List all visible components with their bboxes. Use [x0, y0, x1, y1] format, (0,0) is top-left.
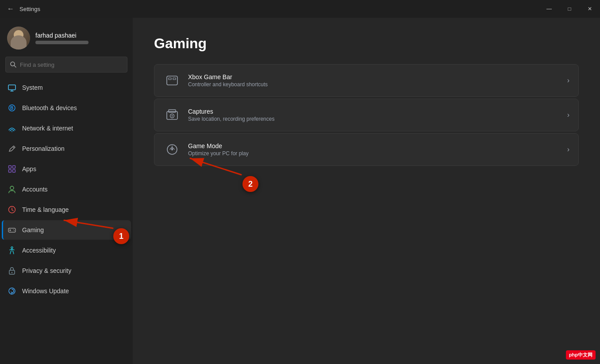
sidebar-item-accessibility[interactable]: Accessibility: [2, 241, 131, 260]
search-section: [0, 57, 133, 78]
sidebar-item-update[interactable]: Windows Update: [2, 281, 131, 301]
gaming-icon: [8, 226, 16, 234]
game-mode-desc: Optimize your PC for play: [188, 150, 562, 157]
game-mode-icon: [163, 141, 181, 158]
time-icon: [8, 206, 16, 214]
svg-line-8: [13, 147, 14, 148]
svg-rect-9: [9, 166, 12, 169]
search-input[interactable]: [20, 61, 123, 68]
user-info: farhad pashaei: [35, 32, 88, 44]
close-button[interactable]: ✕: [580, 0, 600, 18]
sidebar-item-label-accounts: Accounts: [22, 186, 48, 193]
sidebar-item-apps[interactable]: Apps: [2, 159, 131, 179]
search-box[interactable]: [5, 57, 127, 73]
svg-point-20: [13, 230, 14, 230]
xbox-game-bar-icon: [163, 72, 181, 89]
sidebar-item-label-time: Time & language: [22, 206, 69, 213]
sidebar-item-label-network: Network & internet: [22, 125, 73, 132]
svg-rect-28: [169, 78, 171, 80]
sidebar-item-label-gaming: Gaming: [22, 226, 44, 234]
svg-point-36: [171, 149, 173, 150]
window-title: Settings: [19, 6, 40, 12]
sidebar-item-privacy[interactable]: Privacy & security: [2, 261, 131, 280]
titlebar: ← Settings — □ ✕: [0, 0, 600, 18]
settings-item-captures[interactable]: Captures Save location, recording prefer…: [154, 99, 579, 131]
svg-rect-12: [13, 170, 15, 172]
user-name: farhad pashaei: [35, 32, 88, 39]
search-icon: [10, 61, 16, 68]
settings-item-game-mode[interactable]: Game Mode Optimize your PC for play ›: [154, 133, 579, 166]
xbox-game-bar-text: Xbox Game Bar Controller and keyboard sh…: [188, 73, 562, 88]
svg-rect-2: [8, 85, 15, 90]
user-section[interactable]: farhad pashaei: [0, 18, 133, 57]
sidebar: farhad pashaei: [0, 18, 133, 364]
minimize-button[interactable]: —: [539, 0, 559, 18]
sidebar-item-label-system: System: [22, 84, 43, 91]
app-container: farhad pashaei: [0, 18, 600, 364]
main-content: Gaming Xbox Game Bar Controller and keyb…: [133, 18, 600, 364]
svg-point-7: [12, 131, 12, 132]
svg-rect-10: [13, 166, 15, 169]
user-email-bar: [35, 41, 88, 44]
annotation-1: 1: [113, 228, 129, 244]
svg-text:B: B: [10, 106, 13, 111]
watermark: php中文网: [566, 350, 596, 360]
update-icon: [8, 287, 16, 295]
sidebar-item-label-bluetooth: Bluetooth & devices: [22, 104, 77, 111]
sidebar-item-gaming[interactable]: Gaming: [2, 220, 131, 240]
captures-icon: [163, 106, 181, 124]
sidebar-item-network[interactable]: Network & internet: [2, 119, 131, 138]
svg-line-1: [14, 65, 16, 67]
accounts-icon: [8, 185, 16, 193]
xbox-game-bar-desc: Controller and keyboard shortcuts: [188, 81, 562, 88]
captures-text: Captures Save location, recording prefer…: [188, 108, 562, 122]
svg-point-13: [10, 186, 14, 190]
avatar: [7, 27, 30, 50]
sidebar-item-bluetooth[interactable]: B Bluetooth & devices: [2, 98, 131, 118]
network-icon: [8, 124, 16, 132]
svg-point-25: [12, 272, 12, 273]
captures-chevron: ›: [567, 111, 569, 119]
settings-list: Xbox Game Bar Controller and keyboard sh…: [154, 64, 579, 166]
sidebar-item-label-personalization: Personalization: [22, 145, 65, 152]
captures-desc: Save location, recording preferences: [188, 116, 562, 122]
svg-line-16: [12, 210, 13, 211]
game-mode-title: Game Mode: [188, 142, 562, 149]
accessibility-icon: [8, 246, 16, 254]
captures-title: Captures: [188, 108, 562, 115]
sidebar-item-accounts[interactable]: Accounts: [2, 180, 131, 199]
maximize-button[interactable]: □: [559, 0, 580, 18]
page-title: Gaming: [154, 35, 579, 52]
privacy-icon: [8, 267, 16, 275]
bluetooth-icon: B: [8, 104, 16, 112]
game-mode-chevron: ›: [567, 146, 569, 153]
back-button[interactable]: ←: [7, 5, 14, 13]
system-icon: [8, 84, 16, 92]
svg-point-33: [172, 115, 173, 117]
window-controls: — □ ✕: [539, 0, 600, 18]
nav-items: System B Bluetooth & devices: [0, 78, 133, 301]
sidebar-item-time[interactable]: Time & language: [2, 200, 131, 219]
apps-icon: [8, 165, 16, 173]
sidebar-item-label-privacy: Privacy & security: [22, 267, 71, 274]
sidebar-item-label-apps: Apps: [22, 165, 36, 172]
svg-rect-31: [169, 110, 176, 112]
svg-rect-27: [167, 76, 177, 85]
xbox-game-bar-title: Xbox Game Bar: [188, 73, 562, 80]
annotation-2: 2: [242, 176, 258, 192]
settings-item-xbox-game-bar[interactable]: Xbox Game Bar Controller and keyboard sh…: [154, 64, 579, 97]
xbox-game-bar-chevron: ›: [567, 77, 569, 84]
sidebar-item-label-accessibility: Accessibility: [22, 247, 56, 254]
sidebar-item-personalization[interactable]: Personalization: [2, 139, 131, 158]
svg-rect-29: [173, 78, 176, 80]
svg-point-21: [14, 230, 15, 231]
personalization-icon: [8, 145, 16, 153]
game-mode-text: Game Mode Optimize your PC for play: [188, 142, 562, 157]
sidebar-item-label-update: Windows Update: [22, 287, 69, 295]
sidebar-item-system[interactable]: System: [2, 78, 131, 97]
svg-rect-11: [9, 170, 12, 172]
